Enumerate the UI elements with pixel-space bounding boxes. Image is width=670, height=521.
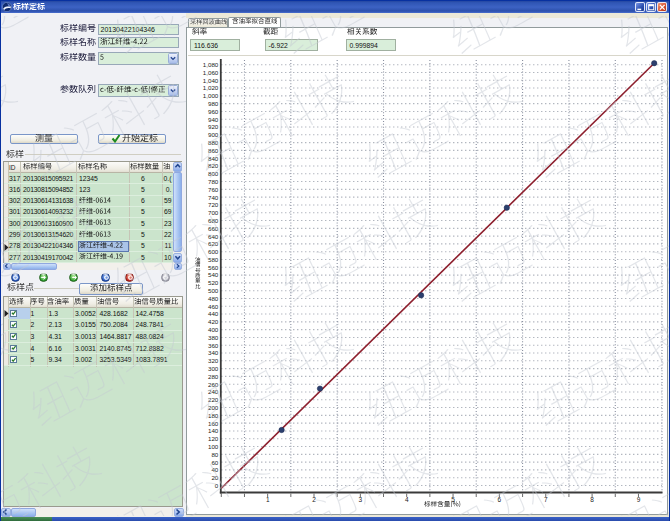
- svg-text:720: 720: [207, 201, 218, 208]
- svg-text:200: 200: [207, 404, 218, 411]
- svg-text:760: 760: [207, 186, 218, 193]
- svg-text:3: 3: [358, 496, 362, 503]
- svg-text:500: 500: [207, 287, 218, 294]
- svg-text:700: 700: [207, 209, 218, 216]
- svg-text:2: 2: [312, 496, 316, 503]
- svg-text:460: 460: [207, 303, 218, 310]
- svg-text:640: 640: [207, 233, 218, 240]
- svg-text:1,020: 1,020: [202, 84, 218, 91]
- svg-text:420: 420: [207, 318, 218, 325]
- svg-text:220: 220: [207, 396, 218, 403]
- svg-text:7: 7: [543, 496, 547, 503]
- svg-text:1: 1: [265, 496, 269, 503]
- svg-text:960: 960: [207, 108, 218, 115]
- svg-text:620: 620: [207, 240, 218, 247]
- svg-text:4: 4: [404, 496, 408, 503]
- svg-text:600: 600: [207, 248, 218, 255]
- svg-text:180: 180: [207, 412, 218, 419]
- svg-text:480: 480: [207, 295, 218, 302]
- svg-text:740: 740: [207, 194, 218, 201]
- svg-text:840: 840: [207, 155, 218, 162]
- svg-text:1,080: 1,080: [202, 61, 218, 68]
- svg-text:60: 60: [211, 459, 218, 466]
- svg-text:340: 340: [207, 349, 218, 356]
- svg-text:140: 140: [207, 427, 218, 434]
- svg-text:940: 940: [207, 116, 218, 123]
- svg-text:160: 160: [207, 420, 218, 427]
- svg-text:120: 120: [207, 435, 218, 442]
- svg-text:320: 320: [207, 357, 218, 364]
- svg-text:100: 100: [207, 443, 218, 450]
- svg-text:880: 880: [207, 139, 218, 146]
- svg-text:400: 400: [207, 326, 218, 333]
- svg-text:660: 660: [207, 225, 218, 232]
- svg-text:920: 920: [207, 123, 218, 130]
- svg-text:380: 380: [207, 334, 218, 341]
- svg-text:240: 240: [207, 388, 218, 395]
- svg-text:780: 780: [207, 178, 218, 185]
- svg-text:1,000: 1,000: [202, 92, 218, 99]
- svg-text:580: 580: [207, 256, 218, 263]
- svg-text:360: 360: [207, 342, 218, 349]
- svg-text:40: 40: [211, 466, 218, 473]
- svg-text:440: 440: [207, 310, 218, 317]
- svg-text:540: 540: [207, 271, 218, 278]
- svg-text:900: 900: [207, 131, 218, 138]
- svg-text:820: 820: [207, 162, 218, 169]
- svg-text:8: 8: [590, 496, 594, 503]
- svg-text:260: 260: [207, 381, 218, 388]
- svg-text:9: 9: [636, 496, 640, 503]
- svg-text:6: 6: [497, 496, 501, 503]
- svg-text:1,040: 1,040: [202, 77, 218, 84]
- svg-text:520: 520: [207, 279, 218, 286]
- svg-text:0: 0: [214, 482, 218, 489]
- svg-text:800: 800: [207, 170, 218, 177]
- svg-text:980: 980: [207, 100, 218, 107]
- svg-text:280: 280: [207, 373, 218, 380]
- svg-text:80: 80: [211, 451, 218, 458]
- svg-text:560: 560: [207, 264, 218, 271]
- svg-text:1,060: 1,060: [202, 69, 218, 76]
- svg-text:680: 680: [207, 217, 218, 224]
- svg-text:300: 300: [207, 365, 218, 372]
- svg-text:20: 20: [211, 474, 218, 481]
- svg-text:860: 860: [207, 147, 218, 154]
